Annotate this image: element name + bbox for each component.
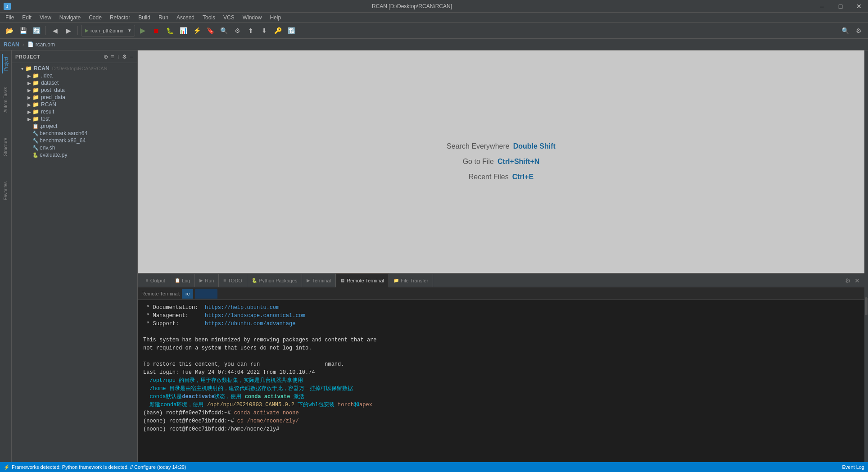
menu-run[interactable]: Run: [155, 14, 172, 22]
term-mgmt-link[interactable]: https://landscape.canonical.com: [205, 313, 305, 319]
menu-help[interactable]: Help: [266, 14, 285, 22]
tree-root[interactable]: ▾ 📁 RCAN D:\Desktop\RCAN\RCAN: [12, 65, 137, 72]
tree-label-result: result: [41, 109, 54, 115]
tab-todo[interactable]: ≡ TODO: [219, 274, 247, 287]
tree-item-dataset[interactable]: ▶ 📁 dataset: [12, 79, 137, 86]
folder-icon-pred-data: 📁: [32, 94, 39, 100]
tree-item-rcan[interactable]: ▶ 📁 RCAN: [12, 101, 137, 108]
scroll-track[interactable]: [864, 50, 868, 462]
menu-file[interactable]: File: [2, 14, 18, 22]
framework-warning[interactable]: ⚡ Frameworks detected: Python framework …: [4, 464, 186, 470]
search-toolbar-btn[interactable]: 🔍: [839, 25, 851, 36]
profile-button[interactable]: ⚡: [191, 25, 203, 36]
close-button[interactable]: ✕: [850, 0, 868, 13]
tab-terminal[interactable]: ▶ Terminal: [302, 274, 336, 287]
host-tab-rc[interactable]: rc: [182, 289, 193, 299]
tree-label-pred-data: pred_data: [41, 94, 65, 100]
menu-edit[interactable]: Edit: [18, 14, 35, 22]
terminal-content[interactable]: * Documentation: https://help.ubuntu.com…: [138, 300, 864, 462]
term-line-blank-1: [143, 328, 859, 336]
editor-area: Search Everywhere Double Shift Go to Fil…: [138, 50, 864, 273]
sidebar-new-btn[interactable]: ⊕: [103, 53, 109, 61]
menu-build[interactable]: Build: [135, 14, 154, 22]
menu-window[interactable]: Window: [239, 14, 266, 22]
minimize-button[interactable]: –: [813, 0, 831, 13]
tree-item-bench-x86[interactable]: ▶ 🔧 benchmark.x86_64: [12, 137, 137, 144]
tree-label-bench-x86: benchmark.x86_64: [40, 137, 86, 144]
tree-label-rcan: RCAN: [41, 101, 56, 108]
build-btn2[interactable]: ⚙: [231, 25, 243, 36]
toolbar-forward[interactable]: ▶: [63, 25, 74, 36]
tab-log[interactable]: 📋 Log: [170, 274, 195, 287]
menu-vcs[interactable]: VCS: [220, 14, 238, 22]
sidebar-title: Project: [15, 54, 40, 59]
tree-item-env-sh[interactable]: ▶ 🔧 env.sh: [12, 144, 137, 151]
nav-file-tab[interactable]: 📄 rcan.om: [27, 41, 55, 48]
menu-navigate[interactable]: Navigate: [56, 14, 84, 22]
apex-text: apex: [359, 402, 372, 408]
inspect-button[interactable]: 🔍: [218, 25, 230, 36]
tab-remote-terminal[interactable]: 🖥 Remote Terminal: [336, 274, 389, 287]
tree-item-post-data[interactable]: ▶ 📁 post_data: [12, 86, 137, 94]
tree-item-pred-data[interactable]: ▶ 📁 pred_data: [12, 94, 137, 101]
root-folder-icon: 📁: [25, 65, 32, 72]
menu-refactor[interactable]: Refactor: [106, 14, 134, 22]
terminal-tabs: ≡ Output 📋 Log ▶ Run ≡ TODO: [141, 274, 433, 287]
tab-run[interactable]: ▶ Run: [195, 274, 219, 287]
tree-arrow-post-data: ▶: [26, 88, 32, 93]
menu-code[interactable]: Code: [85, 14, 105, 22]
event-log-btn[interactable]: Event Log: [842, 464, 864, 470]
toolbar-back[interactable]: ◀: [49, 25, 61, 36]
vcs-button[interactable]: ⬆: [245, 25, 257, 36]
settings-toolbar-btn[interactable]: ⬇: [258, 25, 270, 36]
tree-item-evaluate-py[interactable]: ▶ 🐍 evaluate.py: [12, 151, 137, 159]
vtab-autom-tasks[interactable]: Autom Tasks: [2, 84, 9, 115]
toolbar-open-recent[interactable]: 📂: [4, 25, 15, 36]
toolbar-save[interactable]: 💾: [17, 25, 29, 36]
debug-button[interactable]: 🐛: [164, 25, 176, 36]
sidebar-collapse-btn[interactable]: ≡: [110, 53, 115, 61]
vtab-structure[interactable]: Structure: [2, 135, 9, 159]
terminal-settings-btn[interactable]: ⚙: [844, 276, 852, 285]
run-config-selector[interactable]: ▶ rcan_pth2onnx ▾: [81, 25, 135, 36]
vtab-project[interactable]: Project: [2, 54, 9, 73]
tree-item-project-file[interactable]: ▶ 📋 .project: [12, 123, 137, 130]
tab-file-transfer[interactable]: 📁 File Transfer: [389, 274, 433, 287]
stop-button[interactable]: ◼: [150, 25, 162, 36]
tree-item-bench-aarch[interactable]: ▶ 🔧 benchmark.aarch64: [12, 130, 137, 137]
tab-python-packages[interactable]: 🐍 Python Packages: [247, 274, 303, 287]
run-tab-icon: ▶: [199, 278, 203, 283]
tab-output[interactable]: ≡ Output: [141, 274, 170, 287]
sidebar-close-btn[interactable]: –: [129, 53, 134, 61]
sidebar-header: Project ⊕ ≡ ↕ ⚙ –: [12, 50, 137, 63]
help-toolbar-btn[interactable]: 🔑: [272, 25, 284, 36]
menu-tools[interactable]: Tools: [199, 14, 219, 22]
hint-recent: Recent Files Ctrl+E: [469, 173, 534, 181]
sidebar-sort-btn[interactable]: ↕: [116, 53, 120, 61]
term-doc-link[interactable]: https://help.ubuntu.com: [205, 304, 280, 311]
tree-item-idea[interactable]: ▶ 📁 .idea: [12, 72, 137, 79]
breadcrumb-root[interactable]: RCAN: [4, 41, 19, 48]
remote-terminal-header-label: Remote Terminal:: [141, 291, 180, 296]
toolbar-sync[interactable]: 🔄: [31, 25, 42, 36]
tree-item-test[interactable]: ▶ 📁 test: [12, 115, 137, 123]
scroll-thumb[interactable]: [865, 297, 868, 315]
refresh-toolbar-btn[interactable]: 🔃: [285, 25, 297, 36]
bookmark-button[interactable]: 🔖: [204, 25, 216, 36]
run-button[interactable]: ▶: [137, 25, 149, 36]
vtab-favorites[interactable]: Favorites: [2, 179, 9, 203]
host-tab-extra[interactable]: [195, 289, 217, 299]
tree-arrow-pred-data: ▶: [26, 95, 32, 100]
menu-view[interactable]: View: [36, 14, 55, 22]
tree-item-result[interactable]: ▶ 📁 result: [12, 108, 137, 115]
center-panel: Search Everywhere Double Shift Go to Fil…: [138, 50, 864, 462]
coverage-button[interactable]: 📊: [177, 25, 189, 36]
terminal-close-btn[interactable]: ✕: [854, 276, 861, 285]
settings-global-btn[interactable]: ⚙: [853, 25, 864, 36]
term-line-cyan-2: /home 目录是由宿主机映射的，建议代码数据存放于此，容器万一挂掉可以保留数据: [143, 385, 859, 393]
maximize-button[interactable]: □: [832, 0, 850, 13]
sidebar-settings-btn[interactable]: ⚙: [121, 53, 128, 61]
terminal-tabs-bar: ≡ Output 📋 Log ▶ Run ≡ TODO: [138, 274, 864, 287]
term-support-link[interactable]: https://ubuntu.com/advantage: [205, 321, 296, 327]
menu-ascend[interactable]: Ascend: [173, 14, 198, 22]
